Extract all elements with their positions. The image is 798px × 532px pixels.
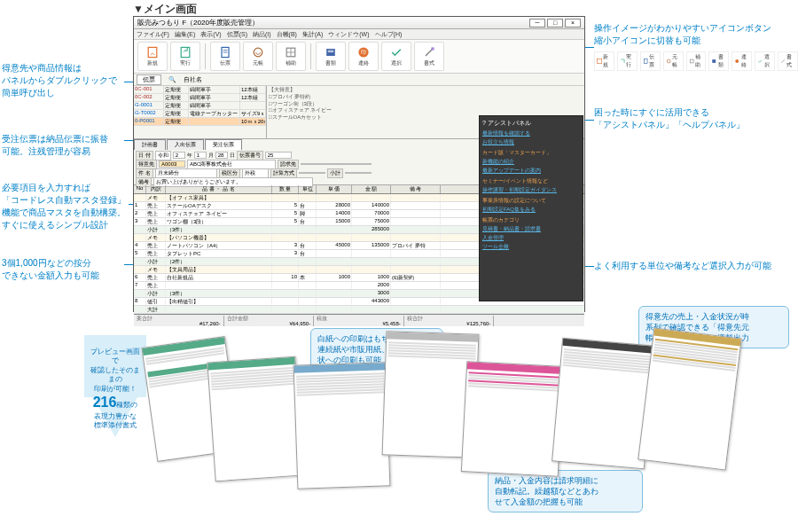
assist-section: 帳票のカテゴリ	[482, 216, 580, 224]
val-sub[interactable]	[345, 172, 372, 174]
mini-run[interactable]: 実行	[617, 51, 638, 71]
svg-rect-0	[598, 59, 602, 63]
svg-rect-1	[644, 59, 647, 63]
menubar: ファイル(F) 編集(E) 表示(V) 伝票(S) 納品(I) 台帳(B) 集計…	[134, 29, 584, 40]
assist-link[interactable]: 最新情報を確認する	[482, 129, 580, 137]
mini-ledger[interactable]: 元帳	[663, 51, 684, 71]
val-year[interactable]: 2	[173, 152, 185, 159]
assist-link[interactable]: 初期設定FAQ集をみる	[482, 206, 580, 214]
mini-slip[interactable]: 伝票	[640, 51, 661, 71]
assist-link[interactable]: 操作講習・初期設定ガイダンス	[482, 186, 580, 194]
promo-arrow: プレビュー画面で 確認したそのままの 印刷が可能！ 216種類の 表現力豊かな …	[84, 335, 146, 437]
menu-help[interactable]: ヘルプ(H)	[375, 30, 403, 39]
annotation-icons: 操作イメージがわかりやすいアイコンボタン 縮小アイコンに切替も可能	[594, 22, 794, 47]
tab-inout[interactable]: 入出伝票	[167, 139, 204, 150]
assist-link[interactable]: お役立ち情報	[482, 138, 580, 146]
assist-link[interactable]: 新機能の紹介	[482, 158, 580, 166]
menu-ledger[interactable]: 台帳(B)	[277, 30, 297, 39]
mini-toolbar: 新規 実行 伝票 元帳 補助 書類 連絡 選択 書式	[594, 51, 798, 71]
annotation-split: 3個1,000円などの按分 できない金額入力も可能	[2, 257, 126, 282]
assist-section: 事業所情報の設定について	[482, 197, 580, 205]
code-panel[interactable]: 0C-001定期便綿間軍手12本組0C-002定期便綿間軍手12本組G-0001…	[134, 86, 267, 138]
assist-title: ? アシストパネル	[482, 119, 580, 128]
tb-stamp[interactable]: 印連絡	[348, 42, 379, 71]
assist-link[interactable]: ツール全般	[482, 243, 580, 251]
arrow-l1: プレビュー画面で 確認したそのままの 印刷が可能！	[90, 348, 141, 394]
report-thumbnails	[149, 315, 787, 528]
menu-view[interactable]: 表示(V)	[200, 30, 221, 39]
tb-check[interactable]: 選択	[381, 42, 411, 71]
lbl-sub: 小計	[327, 168, 343, 178]
menu-total[interactable]: 集計(A)	[302, 30, 323, 39]
svg-rect-17	[328, 51, 333, 52]
val-slipno[interactable]: 25	[265, 152, 292, 159]
mini-assist[interactable]: 補助	[686, 51, 707, 71]
assist-panel[interactable]: ? アシストパネル 最新情報を確認する お役立ち情報 カード版「マスターカード」…	[479, 115, 583, 301]
annotation-order: 受注伝票は納品伝票に振替 可能。注残管理が容易	[2, 133, 126, 158]
val-month[interactable]: 1	[194, 152, 207, 159]
toolbar: 新規 実行 伝票 元帳 補助 書類 印連絡 選択 書式	[134, 40, 584, 74]
svg-point-11	[254, 48, 262, 57]
mini-check[interactable]: 選択	[755, 51, 775, 71]
menu-slip[interactable]: 伝票(S)	[227, 30, 247, 39]
subtab-slip[interactable]: 伝票	[137, 74, 161, 85]
svg-rect-6	[148, 47, 157, 57]
arrow-l3: 表現力豊かな 標準添付書式	[90, 412, 141, 431]
arrow-l2: 種類の	[116, 401, 137, 409]
assist-section: カード版「マスターカード」	[482, 149, 580, 157]
menu-deliv[interactable]: 納品(I)	[253, 30, 271, 39]
report-thumb	[461, 361, 564, 477]
svg-rect-7	[181, 47, 190, 57]
mini-book[interactable]: 書類	[708, 51, 729, 71]
tb-ledger[interactable]: 元帳	[243, 42, 273, 71]
tb-assist[interactable]: 補助	[276, 42, 306, 71]
tb-run[interactable]: 実行	[170, 42, 200, 71]
minimize-button[interactable]: ─	[529, 19, 545, 27]
annotation-codeless: 必要項目を入力すれば 「コードレス自動マスタ登録」 機能で商品マスタを自動構築。…	[2, 182, 130, 231]
arrow-count: 216	[93, 395, 117, 410]
svg-point-5	[736, 59, 739, 63]
annotation-units: よく利用する単位や備考など選択入力が可能	[594, 260, 794, 272]
val-dest[interactable]	[301, 163, 372, 165]
report-thumb	[293, 362, 391, 489]
tb-new[interactable]: 新規	[137, 42, 168, 71]
report-thumb	[207, 356, 303, 482]
svg-rect-16	[328, 51, 333, 51]
val-era[interactable]: 令和	[155, 151, 171, 160]
assist-link[interactable]: 最新アップデートの案内	[482, 167, 580, 175]
close-button[interactable]: ×	[565, 19, 581, 27]
search-icon[interactable]: 🔍	[168, 76, 176, 83]
mini-new[interactable]: 新規	[594, 51, 614, 71]
svg-point-2	[667, 59, 670, 63]
app-title: 販売みつもり F（2020年度販売管理）	[137, 18, 259, 27]
section-title: ▼メイン画面	[133, 2, 197, 17]
titlebar: 販売みつもり F（2020年度販売管理） ─ □ ×	[134, 17, 584, 29]
report-thumb	[638, 327, 742, 470]
svg-rect-20	[431, 47, 434, 50]
tb-book[interactable]: 書類	[316, 42, 346, 71]
annotation-assist: 困った時にすぐに活用できる 「アシストパネル」「ヘルプパネル」	[594, 106, 794, 131]
svg-rect-3	[690, 59, 693, 63]
menu-window[interactable]: ウィンドウ(W)	[328, 30, 369, 39]
sub-toolbar: 伝票 🔍 自社名	[134, 74, 584, 86]
menu-edit[interactable]: 編集(E)	[175, 30, 195, 39]
mini-format[interactable]: 書式	[778, 51, 798, 71]
mini-stamp[interactable]: 連絡	[732, 51, 752, 71]
annotation-customer: 得意先や商品情報は パネルからダブルクリックで 簡単呼び出し	[2, 62, 126, 99]
val-pay[interactable]	[299, 172, 325, 174]
tab-order[interactable]: 受注伝票	[205, 139, 242, 150]
tb-slip[interactable]: 伝票	[210, 42, 240, 71]
assist-link[interactable]: 見積書・納品書・請求書	[482, 225, 580, 233]
assist-section: セミナー/イベント情報など	[482, 177, 580, 185]
val-day[interactable]: 28	[215, 152, 228, 159]
val-custcode[interactable]: A0003	[159, 160, 185, 168]
tab-plan[interactable]: 計画書	[134, 139, 166, 150]
tb-format[interactable]: 書式	[414, 42, 444, 71]
subtab-code: 自社名	[184, 75, 202, 84]
maximize-button[interactable]: □	[547, 19, 563, 27]
svg-rect-4	[713, 59, 716, 63]
menu-file[interactable]: ファイル(F)	[137, 30, 169, 39]
svg-text:印: 印	[361, 49, 366, 55]
assist-link[interactable]: 入金管理	[482, 234, 580, 242]
